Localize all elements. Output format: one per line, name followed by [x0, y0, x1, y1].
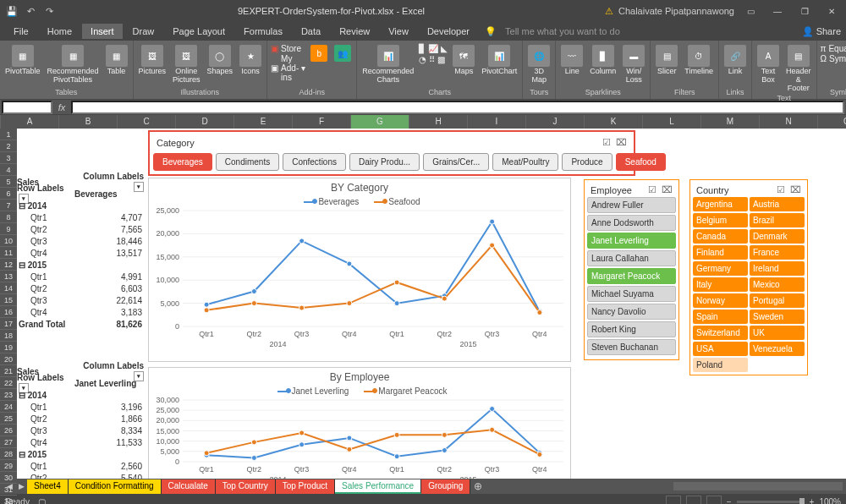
btn-pivottable[interactable]: ▦PivotTable — [3, 44, 42, 77]
slicer-item[interactable]: Ireland — [750, 261, 805, 276]
slicer-category[interactable]: Category ☑⌧ BeveragesCondimentsConfectio… — [148, 130, 635, 176]
row-header[interactable]: 10 — [0, 235, 17, 247]
chart-surface-icon[interactable]: ▩ — [437, 55, 445, 64]
column-header[interactable]: K — [585, 115, 643, 129]
btn-rec-charts[interactable]: 📊Recommended Charts — [360, 44, 415, 85]
btn-rec-pivottables[interactable]: ▦Recommended PivotTables — [46, 44, 101, 85]
column-header[interactable]: B — [59, 115, 118, 129]
slicer-item[interactable]: Denmark — [750, 229, 805, 244]
slicer-item[interactable]: Canada — [693, 229, 748, 244]
share-button[interactable]: 👤 Share — [802, 26, 841, 37]
multiselect-icon[interactable]: ☑ — [648, 184, 656, 195]
slicer-item[interactable]: Argentina — [693, 197, 748, 211]
column-header[interactable]: G — [351, 115, 409, 129]
slicer-item[interactable]: Switzerland — [693, 326, 748, 340]
column-header[interactable]: I — [468, 115, 526, 129]
btn-3dmap[interactable]: 🌐3D Map — [526, 44, 552, 85]
row-header[interactable]: 11 — [0, 247, 17, 259]
row-header[interactable]: 32 — [0, 496, 17, 504]
tab-review[interactable]: Review — [331, 24, 378, 39]
row-header[interactable]: 12 — [0, 259, 17, 271]
row-header[interactable]: 6 — [0, 188, 17, 200]
row-header[interactable]: 4 — [0, 164, 17, 176]
sheet-tab[interactable]: Top Product — [276, 479, 335, 494]
chart-gallery[interactable]: ▊📈◣ ◔⠿▩ — [419, 44, 448, 64]
chart-by-category[interactable]: BY Category BeveragesSeafood 05,00010,00… — [148, 178, 571, 362]
slicer-country[interactable]: Country ☑⌧ ArgentinaAustriaBelgiumBrazil… — [689, 179, 808, 375]
btn-spark-winloss[interactable]: ▬Win/ Loss — [621, 44, 646, 85]
row-header[interactable]: 1 — [0, 129, 17, 140]
slicer-item[interactable]: Laura Callahan — [587, 250, 676, 266]
row-header[interactable]: 29 — [0, 460, 17, 472]
slicer-item[interactable]: France — [750, 245, 805, 260]
btn-maps[interactable]: 🗺Maps — [451, 44, 476, 77]
btn-equation[interactable]: π Equation ▾ — [821, 44, 846, 53]
sheet-tab[interactable]: Calcualate — [162, 479, 216, 494]
multiselect-icon[interactable]: ☑ — [602, 137, 611, 148]
slicer-item[interactable]: Seafood — [616, 153, 666, 171]
slicer-item[interactable]: Belgium — [693, 213, 748, 227]
btn-pictures[interactable]: 🖼Pictures — [137, 44, 168, 77]
column-header[interactable]: M — [701, 115, 760, 129]
row-header[interactable]: 16 — [0, 306, 17, 318]
btn-spark-column[interactable]: ▊Column — [588, 44, 618, 77]
ribbon-options-icon[interactable]: ▭ — [739, 3, 761, 19]
sheet-tab[interactable]: Top Country — [216, 479, 276, 494]
column-header[interactable]: F — [293, 115, 351, 129]
slicer-item[interactable]: Andrew Fuller — [587, 197, 676, 213]
slicer-item[interactable]: Brazil — [750, 213, 805, 227]
column-header[interactable]: O — [818, 115, 846, 129]
sheet-canvas[interactable]: SalesColumn Labels▾ Row Labels▾Beverages… — [17, 129, 846, 479]
zoom-value[interactable]: 100% — [819, 497, 841, 505]
row-header[interactable]: 23 — [0, 389, 17, 401]
slicer-item[interactable]: Sweden — [750, 310, 805, 324]
btn-slicer[interactable]: ▤Slicer — [654, 44, 679, 77]
slicer-item[interactable]: Margaret Peacock — [587, 268, 676, 284]
slicer-item[interactable]: Produce — [562, 153, 612, 171]
name-box[interactable] — [2, 101, 52, 114]
slicer-item[interactable]: UK — [750, 326, 805, 340]
column-header[interactable]: E — [234, 115, 293, 129]
slicer-item[interactable]: Germany — [693, 261, 748, 276]
slicer-item[interactable]: Norway — [693, 293, 748, 308]
slicer-item[interactable]: Grains/Cer... — [423, 153, 489, 171]
zoom-in-icon[interactable]: + — [810, 497, 815, 505]
tab-insert[interactable]: Insert — [82, 24, 123, 39]
tab-file[interactable]: File — [5, 24, 37, 39]
clear-filter-icon[interactable]: ⌧ — [662, 184, 673, 195]
row-header[interactable]: 7 — [0, 200, 17, 211]
sheet-tab[interactable]: Grouping — [421, 479, 470, 494]
slicer-item[interactable]: Anne Dodsworth — [587, 215, 676, 231]
slicer-item[interactable]: Condiments — [216, 153, 279, 171]
btn-bing[interactable]: b — [309, 44, 329, 63]
sheet-tab[interactable]: Sheet4 — [27, 479, 69, 494]
row-header[interactable]: 9 — [0, 223, 17, 235]
view-pagelayout-icon[interactable] — [686, 496, 701, 504]
slicer-item[interactable]: USA — [693, 342, 748, 356]
btn-textbox[interactable]: AText Box — [755, 44, 781, 85]
slicer-item[interactable]: Dairy Produ... — [349, 153, 420, 171]
sheet-tab[interactable]: Sales Performance — [335, 479, 421, 494]
column-header[interactable]: C — [118, 115, 176, 129]
tab-draw[interactable]: Draw — [124, 24, 163, 39]
btn-online-pictures[interactable]: 🖼Online Pictures — [171, 44, 202, 85]
tab-home[interactable]: Home — [39, 24, 80, 39]
view-normal-icon[interactable] — [666, 496, 681, 504]
hscrollbar[interactable] — [673, 482, 843, 490]
slicer-item[interactable]: Italy — [693, 277, 748, 292]
row-header[interactable]: 14 — [0, 282, 17, 294]
pivot-table-employee[interactable]: SalesColumn Labels▾ Row Labels▾Janet Lev… — [17, 365, 144, 479]
column-header[interactable]: D — [176, 115, 234, 129]
btn-link[interactable]: 🔗Link — [722, 44, 748, 77]
btn-my-addins[interactable]: ▣ My Add-ins ▾ — [271, 54, 305, 82]
close-icon[interactable]: ✕ — [821, 3, 843, 19]
row-header[interactable]: 22 — [0, 377, 17, 389]
btn-spark-line[interactable]: 〰Line — [559, 44, 585, 77]
btn-shapes[interactable]: ◯Shapes — [206, 44, 235, 77]
row-header[interactable]: 26 — [0, 425, 17, 436]
clear-filter-icon[interactable]: ⌧ — [616, 137, 627, 148]
slicer-item[interactable]: Mexico — [750, 277, 805, 292]
slicer-item[interactable]: Spain — [693, 310, 748, 324]
chart-by-employee[interactable]: By Employee Janet LeverlingMargaret Peac… — [148, 367, 571, 479]
row-header[interactable]: 18 — [0, 330, 17, 342]
